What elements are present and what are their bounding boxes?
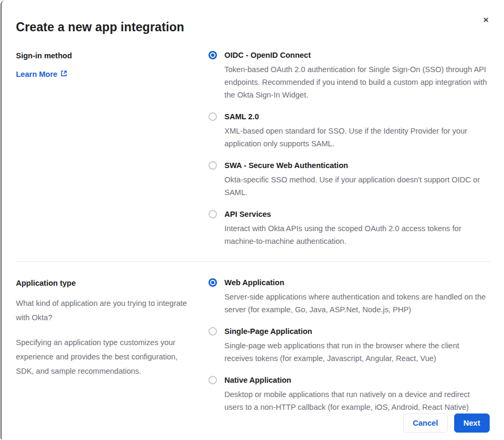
option-label: SAML 2.0 xyxy=(224,112,490,121)
option-description: Okta-specific SSO method. Use if your ap… xyxy=(224,173,490,199)
application-type-section: Application type What kind of applicatio… xyxy=(16,278,490,413)
radio-button-oidc[interactable] xyxy=(208,51,217,59)
signin-method-options: OIDC - OpenID Connect Token-based OAuth … xyxy=(208,50,490,248)
option-description: Token-based OAuth 2.0 authentication for… xyxy=(224,63,490,101)
external-link-icon xyxy=(60,70,67,78)
radio-option-swa[interactable]: SWA - Secure Web Authentication Okta-spe… xyxy=(208,161,490,199)
radio-button-swa[interactable] xyxy=(208,161,217,170)
option-description: Interact with Okta APIs using the scoped… xyxy=(224,222,490,248)
radio-option-web-application[interactable]: Web Application Server-side applications… xyxy=(208,278,490,316)
option-label: Single-Page Application xyxy=(224,327,490,336)
application-type-question: What kind of application are you trying … xyxy=(16,296,194,325)
option-label: OIDC - OpenID Connect xyxy=(224,50,490,60)
option-description: Server-side applications where authentic… xyxy=(224,291,490,316)
application-type-options: Web Application Server-side applications… xyxy=(208,278,490,413)
radio-option-oidc[interactable]: OIDC - OpenID Connect Token-based OAuth … xyxy=(208,50,490,101)
dialog-footer: Cancel Next xyxy=(16,413,490,440)
option-label: Native Application xyxy=(224,375,490,385)
signin-method-label: Sign-in method xyxy=(16,50,194,60)
next-button[interactable]: Next xyxy=(454,413,490,433)
option-label: Web Application xyxy=(224,278,490,287)
option-label: API Services xyxy=(224,209,490,219)
learn-more-label: Learn More xyxy=(16,70,57,78)
radio-button-saml[interactable] xyxy=(208,112,217,121)
radio-button-web-application[interactable] xyxy=(208,278,217,287)
radio-option-api-services[interactable]: API Services Interact with Okta APIs usi… xyxy=(208,209,490,248)
application-type-label: Application type xyxy=(16,278,194,287)
signin-method-left-column: Sign-in method Learn More xyxy=(16,50,194,248)
close-icon[interactable]: × xyxy=(480,12,492,28)
radio-button-api-services[interactable] xyxy=(208,210,217,218)
option-description: Desktop or mobile applications that run … xyxy=(224,388,490,413)
cancel-button[interactable]: Cancel xyxy=(403,413,448,433)
dialog-title: Create a new app integration xyxy=(16,20,184,34)
signin-method-section: Sign-in method Learn More OIDC - OpenID … xyxy=(16,50,490,248)
radio-button-native-application[interactable] xyxy=(208,376,217,384)
option-description: Single-page web applications that run in… xyxy=(224,339,490,365)
dialog-header: Create a new app integration × xyxy=(16,11,490,34)
radio-button-single-page-application[interactable] xyxy=(208,327,217,336)
radio-option-single-page-application[interactable]: Single-Page Application Single-page web … xyxy=(208,327,490,365)
learn-more-link[interactable]: Learn More xyxy=(16,70,67,78)
create-app-integration-dialog: Create a new app integration × Sign-in m… xyxy=(1,1,504,439)
option-label: SWA - Secure Web Authentication xyxy=(224,161,490,170)
application-type-note: Specifying an application type customize… xyxy=(16,336,194,379)
radio-option-native-application[interactable]: Native Application Desktop or mobile app… xyxy=(208,375,490,413)
section-divider xyxy=(16,261,490,262)
radio-option-saml[interactable]: SAML 2.0 XML-based open standard for SSO… xyxy=(208,112,490,150)
application-type-left-column: Application type What kind of applicatio… xyxy=(16,278,194,413)
option-description: XML-based open standard for SSO. Use if … xyxy=(224,125,490,150)
